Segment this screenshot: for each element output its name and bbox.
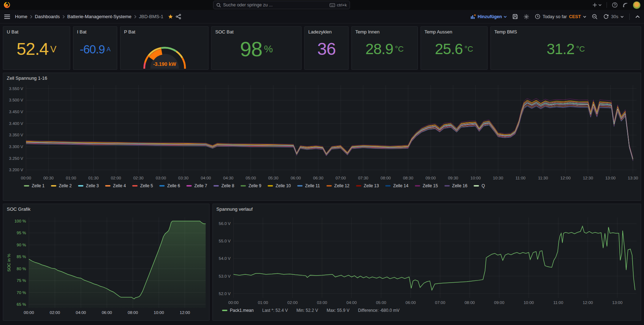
mega-menu-button[interactable] (4, 15, 10, 19)
panel-title[interactable]: SOC Grafik (3, 204, 209, 213)
series-line (26, 100, 633, 158)
keyboard-icon (330, 3, 335, 7)
save-dashboard-button[interactable] (512, 14, 518, 19)
breadcrumb-dashboards[interactable]: Dashboards (35, 14, 60, 19)
legend-item[interactable]: Zelle 7 (186, 183, 207, 188)
svg-text:100 %: 100 % (14, 219, 26, 223)
svg-text:3.250 V: 3.250 V (9, 156, 23, 161)
panel-title[interactable]: Temp BMS (491, 27, 641, 35)
panel-title[interactable]: Temp Aussen (421, 27, 487, 35)
divider (607, 2, 607, 8)
legend-item[interactable]: Zelle 4 (105, 183, 126, 188)
svg-text:10:00: 10:00 (154, 310, 164, 315)
time-range-picker[interactable]: Today so far CEST (535, 14, 586, 19)
user-avatar[interactable] (633, 1, 640, 9)
svg-text:02:00: 02:00 (287, 300, 298, 305)
legend-item[interactable]: Zelle 14 (385, 183, 408, 188)
breadcrumb-home[interactable]: Home (15, 14, 27, 19)
legend-swatch (474, 185, 479, 187)
legend-item[interactable]: Zelle 5 (132, 183, 153, 188)
svg-text:90 %: 90 % (17, 243, 26, 247)
legend-label: Zelle 2 (59, 183, 72, 188)
svg-text:05:30: 05:30 (268, 176, 278, 180)
panel-title[interactable]: I Bat (73, 27, 117, 35)
legend-item[interactable]: Zelle 6 (159, 183, 180, 188)
panel-title[interactable]: Zell Spannung 1-16 (3, 73, 641, 82)
panel-title[interactable]: P Bat (120, 27, 208, 35)
spannung-verlauf-plot[interactable]: 00:0001:0002:0003:0004:0005:0006:0007:00… (216, 214, 639, 307)
star-icon (168, 14, 173, 19)
refresh-button[interactable]: 30s (603, 14, 624, 19)
svg-text:00:00: 00:00 (24, 310, 34, 315)
legend-item[interactable]: Zelle 10 (268, 183, 291, 188)
clock-icon (535, 14, 540, 19)
svg-text:06:00: 06:00 (406, 300, 416, 305)
collapse-toolbar-button[interactable] (635, 15, 640, 18)
legend-label: Zelle 8 (221, 183, 234, 188)
legend-item[interactable]: Zelle 15 (415, 183, 438, 188)
legend-item[interactable]: Zelle 11 (297, 183, 320, 188)
legend-swatch (186, 185, 192, 187)
legend-item[interactable]: Zelle 9 (241, 183, 261, 188)
panel-p-bat: P Bat -3.190 kW (120, 26, 208, 70)
add-panel-button[interactable]: Hinzufügen (470, 14, 507, 19)
help-button[interactable] (612, 2, 618, 8)
svg-text:3.450 V: 3.450 V (9, 110, 23, 114)
panel-soc-bat: SOC Bat 98 % (211, 26, 302, 70)
help-icon (612, 2, 618, 8)
new-menu-button[interactable] (592, 2, 602, 7)
dashboard-toolbar: Home Dashboards Batterie-Management-Syst… (0, 10, 644, 23)
legend-item[interactable]: Zelle 1 (24, 183, 45, 188)
soc-grafik-plot[interactable]: 00:0002:0004:0006:0008:0010:0012:0065 %7… (6, 214, 207, 318)
legend-item[interactable]: Zelle 8 (213, 183, 234, 188)
series-line (233, 226, 635, 290)
legend-item[interactable]: Zelle 3 (78, 183, 99, 188)
news-button[interactable] (623, 2, 628, 8)
share-icon (176, 14, 181, 19)
legend-swatch (105, 185, 110, 187)
save-icon (512, 14, 518, 19)
legend-item[interactable]: Zelle 16 (444, 183, 468, 188)
favorite-star-button[interactable] (168, 14, 173, 19)
dashboard-settings-button[interactable] (524, 14, 529, 20)
zell-spannung-plot[interactable]: 00:0000:3001:0001:3002:0002:3003:0003:30… (6, 82, 639, 183)
svg-text:08:00: 08:00 (464, 300, 475, 305)
legend-label: Zelle 4 (113, 183, 126, 188)
divider (629, 14, 630, 20)
svg-text:06:00: 06:00 (102, 310, 112, 315)
grafana-logo[interactable] (4, 1, 10, 9)
panel-title[interactable]: Spannung verlauf (213, 204, 641, 213)
series-line (26, 106, 633, 161)
panel-title[interactable]: Temp Innen (352, 27, 417, 35)
panel-title[interactable]: U Bat (3, 27, 70, 35)
legend-label: Q (481, 183, 485, 188)
svg-text:65 %: 65 % (17, 302, 26, 306)
stats-row: U Bat 52.4 V I Bat -60.9 A P Bat -3.190 … (3, 26, 641, 70)
legend-item[interactable]: Q (474, 183, 485, 188)
svg-text:09:30: 09:30 (448, 176, 458, 180)
legend-label: Zelle 9 (248, 183, 261, 188)
legend-stat: Min: 52.2 V (297, 308, 318, 313)
svg-text:12:30: 12:30 (583, 176, 593, 180)
zoom-out-time-button[interactable] (592, 14, 598, 20)
legend-item[interactable]: Zelle 12 (326, 183, 350, 188)
panel-title[interactable]: Ladezyklen (305, 27, 348, 35)
svg-text:00:00: 00:00 (228, 300, 239, 305)
svg-text:54.0 V: 54.0 V (219, 256, 231, 261)
svg-text:53.0 V: 53.0 V (219, 274, 231, 278)
svg-text:3.350 V: 3.350 V (9, 133, 23, 137)
legend-item[interactable]: Pack1.mean (222, 308, 254, 313)
share-button[interactable] (176, 14, 181, 19)
legend-swatch (78, 185, 83, 187)
svg-text:08:00: 08:00 (128, 310, 138, 315)
breadcrumb-folder[interactable]: Batterie-Management-Systeme (67, 14, 132, 19)
zoom-out-icon (592, 14, 598, 20)
stat-value-u-bat: 52.4 V (3, 35, 70, 66)
legend-item[interactable]: Zelle 2 (51, 183, 72, 188)
legend-item[interactable]: Zelle 13 (356, 183, 379, 188)
search-input[interactable]: Suche oder springe zu ... ctrl+k (213, 1, 350, 9)
series-line (26, 106, 633, 161)
panel-title[interactable]: SOC Bat (212, 27, 301, 35)
series (29, 221, 206, 308)
svg-text:12:00: 12:00 (180, 310, 190, 315)
